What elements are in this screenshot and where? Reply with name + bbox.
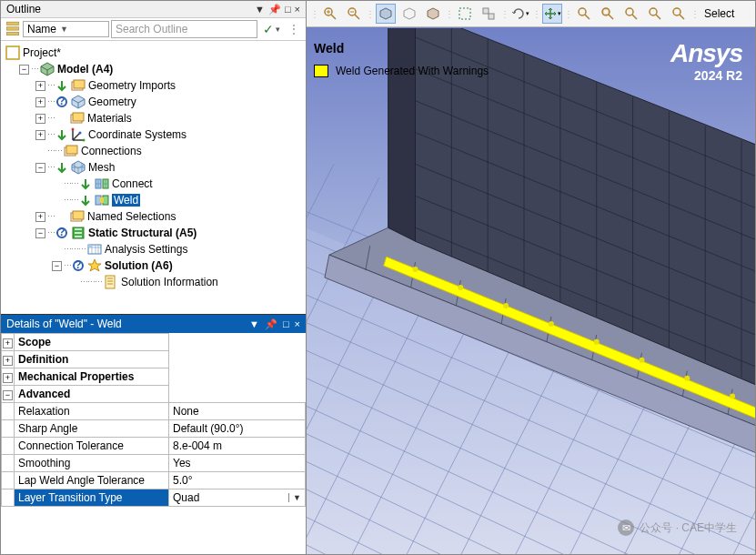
section-scope[interactable]: +Scope (2, 334, 306, 351)
tree-connections[interactable]: ⋯⋯ Connections (3, 143, 304, 159)
svg-point-45 (650, 8, 657, 15)
svg-rect-29 (88, 245, 92, 247)
box-wire-icon[interactable] (399, 4, 419, 24)
svg-rect-32 (106, 276, 115, 288)
prop-conn-tol[interactable]: Connection Tolerance8.e-004 m (2, 438, 306, 455)
box-select-icon[interactable] (376, 4, 396, 24)
zoom-in-icon[interactable] (320, 4, 340, 24)
prop-lap-tol[interactable]: Lap Weld Angle Tolerance5.0° (2, 472, 306, 489)
section-advanced[interactable]: −Advanced (2, 386, 306, 403)
section-definition[interactable]: +Definition (2, 351, 306, 368)
svg-rect-11 (73, 113, 84, 121)
tree-static-structural[interactable]: −⋯ ? Static Structural (A5) (3, 225, 304, 241)
mesh-viewport[interactable] (307, 28, 755, 554)
details-title: Details of "Weld" - Weld (6, 318, 122, 330)
svg-point-104 (458, 285, 463, 290)
svg-text:?: ? (75, 259, 81, 271)
tree-named-selections[interactable]: +⋯ Named Selections (3, 208, 304, 225)
filter-options-icon[interactable]: ⋮ (286, 21, 302, 37)
zoom-out-icon[interactable] (344, 4, 364, 24)
outline-title-bar: Outline ▼ 📌 □ × (1, 1, 306, 18)
tree-project[interactable]: Project* (3, 45, 304, 61)
dropdown-button[interactable]: ▼ (288, 493, 301, 502)
select-mode-label[interactable]: Select (704, 7, 734, 20)
svg-rect-16 (66, 146, 77, 154)
watermark: ✉ 公众号 · CAE中学生 (618, 520, 737, 536)
wechat-icon: ✉ (618, 520, 634, 536)
details-dropdown-icon[interactable]: ▼ (249, 318, 259, 329)
tree-mesh[interactable]: −⋯ Mesh (3, 159, 304, 176)
svg-point-14 (79, 132, 82, 135)
svg-point-108 (640, 358, 645, 363)
prop-sharp-angle[interactable]: Sharp AngleDefault (90.0°) (2, 420, 306, 438)
zoom-fit-icon[interactable] (574, 4, 594, 24)
weld-legend-text: Weld Generated With Warnings (336, 65, 489, 77)
svg-rect-43 (603, 9, 609, 15)
svg-rect-24 (73, 211, 84, 219)
tree-coord-systems[interactable]: +⋯ Coordinate Systems (3, 126, 304, 143)
zoom-ext-icon[interactable] (645, 4, 665, 24)
expander-icon[interactable]: − (19, 65, 29, 75)
svg-point-41 (579, 8, 586, 15)
svg-rect-0 (6, 22, 19, 25)
details-title-bar: Details of "Weld" - Weld ▼ 📌 □ × (1, 315, 306, 333)
graphics-toolbar: ⋮ ⋮ ⋮ ⋮ ▾ ⋮ ▾ ⋮ ⋮ Select (307, 1, 755, 27)
outline-maximize-icon[interactable]: □ (285, 4, 291, 15)
outline-dropdown-icon[interactable]: ▼ (255, 4, 265, 15)
svg-point-12 (72, 128, 75, 131)
svg-point-110 (730, 394, 735, 399)
weld-warning-swatch (314, 65, 328, 77)
svg-rect-2 (6, 32, 19, 35)
cube-icon[interactable] (423, 4, 443, 24)
property-table: +Scope +Definition +Mechanical Propertie… (1, 333, 306, 507)
prop-smoothing[interactable]: SmoothingYes (2, 455, 306, 472)
zoom-all-icon[interactable] (669, 4, 689, 24)
zoom-window-icon[interactable] (598, 4, 618, 24)
tree-solution[interactable]: −⋯ ? Solution (A6) (3, 257, 304, 274)
iso-view-icon[interactable] (479, 4, 499, 24)
details-maximize-icon[interactable]: □ (283, 318, 289, 329)
prop-relaxation[interactable]: RelaxationNone (2, 403, 306, 420)
svg-text:?: ? (58, 227, 65, 238)
model-tree: Project* −⋯ Model (A4) +⋯ Geometry Impor… (1, 41, 306, 314)
prop-layer-trans[interactable]: Layer Transition TypeQuad▼ (2, 489, 306, 507)
filter-type-label: Name (27, 23, 56, 35)
details-close-icon[interactable]: × (295, 318, 300, 329)
svg-point-105 (503, 303, 509, 308)
tree-connect[interactable]: ⋯⋯ Connect (3, 176, 304, 192)
section-mech-props[interactable]: +Mechanical Properties (2, 368, 306, 386)
tree-analysis-settings[interactable]: ⋯⋯⋯ Analysis Settings (3, 241, 304, 257)
weld-legend-panel: Weld Weld Generated With Warnings (314, 41, 489, 77)
svg-rect-22 (100, 197, 104, 203)
chevron-down-icon: ▼ (60, 25, 68, 34)
svg-rect-39 (483, 8, 489, 14)
search-input[interactable]: Search Outline (111, 20, 257, 38)
svg-point-13 (83, 139, 86, 142)
tree-solution-info[interactable]: ⋯⋯⋯ Solution Information (3, 274, 304, 290)
svg-text:?: ? (58, 96, 65, 107)
rect-select-icon[interactable] (455, 4, 475, 24)
weld-title: Weld (314, 41, 489, 56)
outline-pin-icon[interactable]: 📌 (268, 4, 281, 15)
filter-icon[interactable] (5, 21, 21, 37)
rotate-icon[interactable]: ▾ (510, 4, 530, 24)
tree-weld[interactable]: ⋯⋯ Weld (3, 192, 304, 208)
tree-geometry-imports[interactable]: +⋯ Geometry Imports (3, 77, 304, 94)
tree-materials[interactable]: +⋯ Materials (3, 110, 304, 126)
outline-title: Outline (6, 3, 41, 15)
tree-model[interactable]: −⋯ Model (A4) (3, 61, 304, 77)
svg-rect-38 (459, 8, 470, 19)
apply-filter-button[interactable]: ✓▾ (259, 22, 284, 36)
details-pin-icon[interactable]: 📌 (265, 318, 277, 330)
tree-geometry[interactable]: +⋯ ? Geometry (3, 94, 304, 110)
svg-point-103 (413, 267, 418, 272)
svg-point-44 (626, 8, 633, 15)
zoom-prev-icon[interactable] (621, 4, 641, 24)
filter-type-dropdown[interactable]: Name ▼ (23, 21, 109, 37)
svg-marker-36 (404, 8, 415, 19)
outline-close-icon[interactable]: × (295, 4, 300, 15)
svg-point-46 (673, 8, 680, 15)
svg-point-109 (684, 376, 690, 381)
svg-rect-6 (74, 80, 85, 88)
pan-icon[interactable]: ▾ (542, 4, 562, 24)
